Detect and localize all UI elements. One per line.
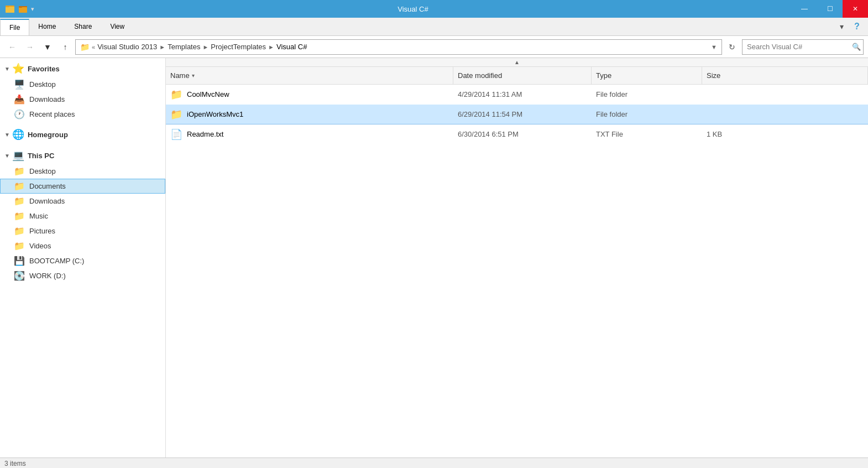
- tab-home[interactable]: Home: [29, 18, 65, 35]
- file-type-2: TXT File: [592, 124, 702, 144]
- thispc-arrow: ▼: [4, 153, 10, 159]
- svg-rect-2: [6, 6, 9, 7]
- address-bar: ← → ▼ ↑ 📁 « Visual Studio 2013 ► Templat…: [0, 36, 868, 58]
- homegroup-arrow: ▼: [4, 132, 10, 138]
- sidebar-item-pictures[interactable]: 📁 Pictures: [0, 223, 165, 238]
- path-segment-2[interactable]: ProjectTemplates: [211, 43, 266, 51]
- favorites-section-header[interactable]: ▼ ⭐ Favorites: [0, 60, 165, 77]
- file-name-label-1: iOpenWorksMvc1: [187, 110, 243, 118]
- content-area: ▲ Name ▾ Date modified Type Size 📁: [166, 58, 868, 457]
- main-layout: ▼ ⭐ Favorites 🖥️ Desktop 📥 Downloads 🕐 R…: [0, 58, 868, 457]
- title-bar: ▾ Visual C# — ☐ ✕: [0, 0, 868, 18]
- sidebar-item-recent-places-label: Recent places: [29, 110, 75, 118]
- app-icon-2: [18, 3, 29, 14]
- tab-view[interactable]: View: [101, 18, 134, 35]
- address-path[interactable]: 📁 « Visual Studio 2013 ► Templates ► Pro…: [75, 39, 722, 55]
- recent-places-icon: 🕐: [14, 109, 25, 119]
- favorites-label: Favorites: [28, 65, 60, 73]
- close-button[interactable]: ✕: [843, 0, 868, 18]
- file-type-0: File folder: [592, 85, 702, 104]
- ribbon: File Home Share View ▾ ?: [0, 18, 868, 36]
- sort-arrow: ▾: [192, 72, 195, 79]
- file-icon-1: 📁: [170, 108, 182, 121]
- work-icon: 💽: [14, 271, 25, 281]
- back-button[interactable]: ←: [4, 39, 20, 55]
- videos-icon: 📁: [14, 241, 25, 251]
- file-size-2: 1 KB: [702, 124, 868, 144]
- tab-share[interactable]: Share: [65, 18, 101, 35]
- app-icon-1: [4, 3, 15, 14]
- file-name-label-0: CoolMvcNew: [187, 90, 229, 98]
- path-segment-0[interactable]: Visual Studio 2013: [97, 43, 157, 51]
- up-button[interactable]: ↑: [57, 39, 73, 55]
- path-arrow-1: ►: [159, 44, 165, 50]
- sidebar-item-videos[interactable]: 📁 Videos: [0, 238, 165, 253]
- tab-file[interactable]: File: [0, 19, 29, 35]
- scroll-up-arrow[interactable]: ▲: [514, 59, 520, 65]
- file-icon-2: 📄: [170, 128, 182, 141]
- column-size-label: Size: [707, 71, 720, 80]
- path-dropdown-arrow[interactable]: ▼: [711, 44, 717, 50]
- sidebar-item-desktop-fav[interactable]: 🖥️ Desktop: [0, 77, 165, 92]
- sidebar-item-documents[interactable]: 📁 Documents: [0, 179, 165, 194]
- file-name-2: 📄 Readme.txt: [166, 124, 453, 144]
- table-row[interactable]: 📁 iOpenWorksMvc1 6/29/2014 11:54 PM File…: [166, 105, 868, 124]
- thispc-section-header[interactable]: ▼ 💻 This PC: [0, 147, 165, 164]
- column-date-label: Date modified: [458, 71, 502, 80]
- favorites-arrow: ▼: [4, 66, 10, 72]
- sidebar-item-bootcamp[interactable]: 💾 BOOTCAMP (C:): [0, 253, 165, 268]
- path-arrow-3: ►: [268, 44, 274, 50]
- music-icon: 📁: [14, 211, 25, 221]
- sidebar-item-videos-label: Videos: [29, 242, 51, 250]
- ribbon-chevron-button[interactable]: ▾: [835, 20, 848, 33]
- table-row[interactable]: 📄 Readme.txt 6/30/2014 6:51 PM TXT File …: [166, 124, 868, 144]
- sidebar-divider-2: [0, 143, 165, 147]
- file-size-0: [702, 85, 868, 104]
- pictures-icon: 📁: [14, 226, 25, 236]
- sidebar-item-music-label: Music: [29, 212, 48, 220]
- sidebar-item-recent-places[interactable]: 🕐 Recent places: [0, 107, 165, 122]
- refresh-button[interactable]: ↻: [724, 39, 740, 55]
- file-name-1: 📁 iOpenWorksMvc1: [166, 105, 453, 124]
- path-sep-0: «: [92, 44, 95, 50]
- bootcamp-icon: 💾: [14, 256, 25, 266]
- svg-rect-1: [6, 7, 14, 13]
- sidebar-item-desktop-fav-label: Desktop: [29, 80, 56, 89]
- search-box: 🔍: [742, 39, 864, 55]
- downloads-fav-icon: 📥: [14, 94, 25, 105]
- column-type-label: Type: [596, 71, 611, 80]
- path-segment-1[interactable]: Templates: [168, 43, 200, 51]
- sidebar-item-work-label: WORK (D:): [29, 272, 66, 280]
- table-row[interactable]: 📁 CoolMvcNew 4/29/2014 11:31 AM File fol…: [166, 85, 868, 105]
- search-icon[interactable]: 🔍: [852, 43, 861, 51]
- sidebar-item-music[interactable]: 📁 Music: [0, 209, 165, 223]
- search-input[interactable]: [747, 43, 852, 51]
- window-title: Visual C#: [34, 5, 792, 13]
- downloads-pc-icon: 📁: [14, 196, 25, 206]
- column-name-label: Name: [170, 71, 190, 80]
- sidebar-item-downloads-fav-label: Downloads: [29, 95, 65, 103]
- column-header-size[interactable]: Size: [702, 67, 868, 84]
- sidebar-item-downloads-fav[interactable]: 📥 Downloads: [0, 92, 165, 107]
- documents-icon: 📁: [14, 181, 25, 191]
- path-segment-3[interactable]: Visual C#: [276, 43, 307, 51]
- sidebar: ▼ ⭐ Favorites 🖥️ Desktop 📥 Downloads 🕐 R…: [0, 58, 166, 457]
- column-header-type[interactable]: Type: [592, 67, 702, 84]
- status-text: 3 items: [4, 460, 26, 467]
- sidebar-item-work[interactable]: 💽 WORK (D:): [0, 268, 165, 283]
- homegroup-section-header[interactable]: ▼ 🌐 Homegroup: [0, 126, 165, 143]
- scroll-indicator[interactable]: ▲: [166, 58, 868, 67]
- sidebar-item-downloads-pc[interactable]: 📁 Downloads: [0, 194, 165, 209]
- sidebar-item-pictures-label: Pictures: [29, 227, 55, 235]
- recent-locations-button[interactable]: ▼: [40, 39, 55, 55]
- column-header-date[interactable]: Date modified: [453, 67, 592, 84]
- maximize-button[interactable]: ☐: [817, 0, 843, 18]
- help-button[interactable]: ?: [850, 20, 864, 33]
- forward-button[interactable]: →: [22, 39, 38, 55]
- sidebar-item-downloads-pc-label: Downloads: [29, 197, 65, 205]
- minimize-button[interactable]: —: [792, 0, 817, 18]
- sidebar-divider-1: [0, 122, 165, 126]
- column-header-name[interactable]: Name ▾: [166, 67, 453, 84]
- svg-rect-4: [19, 7, 27, 13]
- sidebar-item-desktop-pc[interactable]: 📁 Desktop: [0, 164, 165, 179]
